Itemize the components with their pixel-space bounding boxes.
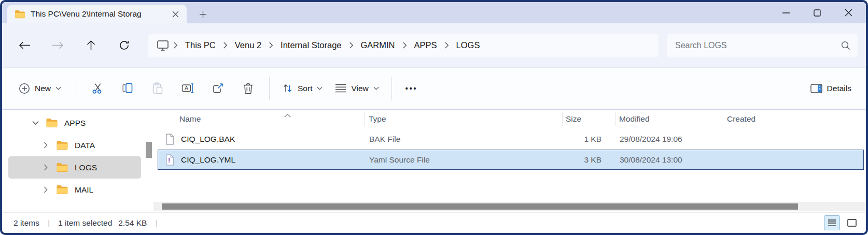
chevron-right-icon[interactable] (41, 142, 50, 149)
sidebar-item-label: DATA (75, 141, 95, 150)
chevron-right-icon (223, 42, 228, 49)
chevron-right-icon (402, 42, 407, 49)
maximize-icon[interactable] (802, 2, 833, 23)
content-area: APPS DATA LOGS (2, 110, 866, 212)
status-separator: | (48, 218, 50, 228)
column-separator[interactable] (562, 112, 563, 126)
toolbar-divider (76, 77, 76, 100)
horizontal-scrollbar-thumb[interactable] (162, 203, 798, 210)
column-header-name[interactable]: Name (179, 114, 201, 124)
chevron-right-icon (349, 42, 354, 49)
file-type: BAK File (369, 135, 400, 144)
breadcrumb-venu-2[interactable]: Venu 2 (232, 40, 264, 50)
column-header-created[interactable]: Created (727, 114, 755, 124)
svg-text:!: ! (168, 156, 170, 164)
navigation-bar: This PC Venu 2 Internal Storage GARMIN A… (2, 23, 866, 68)
list-lines-icon (335, 83, 346, 93)
more-options-button[interactable]: ••• (398, 81, 425, 96)
share-icon[interactable] (203, 75, 233, 102)
new-button-label: New (35, 84, 51, 93)
details-pane-icon (810, 84, 822, 93)
chevron-right-icon (173, 42, 178, 49)
file-row-ciq-log-yml[interactable]: ! CIQ_LOG.YML Yaml Source File 3 KB 30/0… (158, 150, 864, 170)
sidebar-item-label: APPS (64, 119, 86, 128)
sidebar-item-label: LOGS (75, 163, 97, 172)
sidebar-item-data[interactable]: DATA (8, 134, 141, 156)
paste-icon[interactable] (143, 75, 173, 102)
sidebar-item-apps[interactable]: APPS (8, 112, 141, 134)
folder-icon (15, 10, 25, 19)
view-toggles (824, 215, 860, 230)
sort-ascending-icon (284, 110, 291, 120)
toolbar-divider (269, 77, 270, 100)
column-separator[interactable] (722, 112, 722, 126)
minimize-icon[interactable] (771, 2, 802, 23)
file-icon (165, 133, 175, 145)
thumbnails-view-button[interactable] (844, 215, 860, 230)
file-warning-icon: ! (165, 154, 175, 166)
refresh-icon[interactable] (112, 35, 136, 56)
chevron-right-icon[interactable] (41, 164, 50, 171)
chevron-down-icon[interactable] (31, 121, 39, 125)
breadcrumb-internal-storage[interactable]: Internal Storage (277, 40, 344, 50)
file-list: Name Type Size Modified Created CIQ_LOG.… (153, 110, 866, 212)
view-button-label: View (351, 84, 368, 93)
file-name: CIQ_LOG.YML (181, 155, 235, 165)
sidebar-item-label: MAIL (75, 185, 93, 195)
details-view-button[interactable] (824, 215, 840, 230)
file-size: 3 KB (520, 155, 601, 165)
new-button[interactable]: New (15, 80, 65, 97)
cut-icon[interactable] (82, 75, 113, 102)
rename-icon[interactable]: A (173, 75, 203, 102)
back-icon[interactable] (12, 35, 36, 56)
up-icon[interactable] (79, 35, 103, 56)
items-count: 2 items (13, 218, 39, 228)
sort-button[interactable]: Sort (276, 80, 329, 97)
forward-icon[interactable] (46, 35, 69, 56)
svg-text:A: A (185, 85, 188, 91)
file-modified: 29/08/2024 19:06 (620, 135, 682, 144)
file-name: CIQ_LOG.BAK (181, 135, 235, 144)
sort-button-label: Sort (298, 84, 312, 93)
file-size: 1 KB (520, 135, 601, 144)
file-modified: 30/08/2024 13:00 (620, 155, 682, 165)
column-separator[interactable] (364, 112, 365, 126)
chevron-down-icon (317, 86, 323, 90)
new-tab-icon[interactable] (196, 7, 209, 21)
column-header-type[interactable]: Type (369, 114, 386, 124)
view-button[interactable]: View (329, 80, 385, 96)
selection-size: 2.54 KB (118, 218, 147, 228)
window-controls (771, 2, 864, 23)
explorer-tab[interactable]: This PC\Venu 2\Internal Storag (7, 5, 187, 23)
column-header-modified[interactable]: Modified (619, 114, 650, 124)
list-header: Name Type Size Modified Created (153, 110, 866, 128)
sort-arrows-icon (282, 83, 293, 94)
close-icon[interactable] (833, 2, 864, 23)
breadcrumb-this-pc[interactable]: This PC (182, 40, 219, 50)
this-pc-icon[interactable] (157, 40, 169, 51)
breadcrumb-garmin[interactable]: GARMIN (358, 40, 398, 50)
details-pane-button[interactable]: Details (805, 81, 857, 96)
sidebar-tree: APPS DATA LOGS (2, 110, 153, 212)
sidebar-item-mail[interactable]: MAIL (8, 179, 141, 201)
file-row-ciq-log-bak[interactable]: CIQ_LOG.BAK BAK File 1 KB 29/08/2024 19:… (158, 129, 864, 149)
titlebar: This PC\Venu 2\Internal Storag (2, 2, 866, 23)
toolbar: New A Sort (2, 68, 866, 110)
tab-title: This PC\Venu 2\Internal Storag (31, 9, 164, 19)
horizontal-scrollbar[interactable] (153, 202, 866, 211)
copy-icon[interactable] (113, 75, 143, 102)
chevron-right-icon (269, 42, 273, 49)
file-type: Yaml Source File (369, 155, 430, 165)
breadcrumb: This PC Venu 2 Internal Storage GARMIN A… (148, 34, 659, 57)
sidebar-item-logs[interactable]: LOGS (8, 156, 141, 179)
breadcrumb-logs[interactable]: LOGS (453, 40, 483, 50)
tab-close-icon[interactable] (169, 8, 181, 20)
delete-icon[interactable] (233, 75, 263, 102)
chevron-right-icon[interactable] (41, 186, 50, 193)
search-input[interactable]: Search LOGS (667, 34, 858, 57)
breadcrumb-apps[interactable]: APPS (411, 40, 440, 50)
folder-icon (56, 185, 68, 195)
column-header-size[interactable]: Size (566, 114, 581, 124)
column-separator[interactable] (615, 112, 616, 126)
sidebar-scrollbar-thumb[interactable] (146, 142, 152, 158)
